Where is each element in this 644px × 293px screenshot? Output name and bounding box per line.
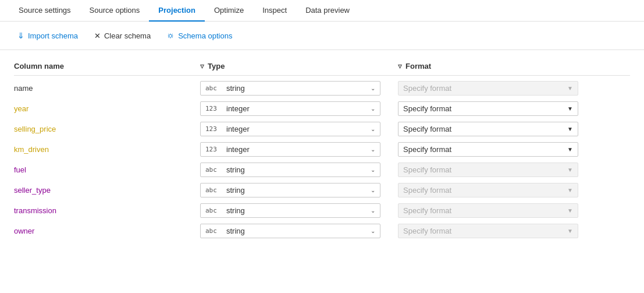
type-chevron-icon: ⌄: [371, 207, 375, 214]
column-name-cell: fuel: [14, 165, 200, 174]
table-headers: Column name ▿ Type ▿ Format: [14, 57, 630, 76]
type-badge-selling_price: 123: [205, 125, 222, 133]
format-chevron-icon: ▼: [567, 228, 573, 234]
import-schema-button[interactable]: ⇓ Import schema: [14, 29, 81, 43]
type-chevron-icon: ⌄: [371, 187, 375, 193]
type-dropdown-km_driven[interactable]: 123 integer ⌄: [200, 142, 380, 157]
type-dropdown-fuel[interactable]: abc string ⌄: [200, 163, 380, 177]
column-name-cell: selling_price: [14, 125, 200, 133]
table-row: fuel abc string ⌄ Specify format ▼: [14, 160, 630, 180]
tab-source-options[interactable]: Source options: [80, 0, 150, 22]
projection-table: Column name ▿ Type ▿ Format name abc str…: [0, 57, 644, 241]
tab-source-settings[interactable]: Source settings: [9, 0, 80, 22]
format-chevron-icon: ▼: [567, 207, 573, 214]
clear-schema-label: Clear schema: [104, 31, 151, 40]
format-placeholder-year: Specify format: [403, 104, 451, 113]
column-name-cell: km_driven: [14, 145, 200, 154]
type-dropdown-selling_price[interactable]: 123 integer ⌄: [200, 122, 380, 136]
format-dropdown-transmission: Specify format ▼: [398, 203, 578, 218]
tab-optimize[interactable]: Optimize: [205, 0, 253, 22]
clear-schema-icon: ✕: [94, 31, 101, 40]
type-dropdown-transmission[interactable]: abc string ⌄: [200, 203, 380, 218]
clear-schema-button[interactable]: ✕ Clear schema: [91, 29, 154, 43]
column-name-cell: name: [14, 84, 200, 93]
table-row: owner abc string ⌄ Specify format ▼: [14, 221, 630, 241]
type-value-name: string: [226, 84, 245, 93]
type-chevron-icon: ⌄: [371, 85, 375, 91]
type-badge-name: abc: [205, 84, 222, 92]
format-placeholder-name: Specify format: [403, 84, 451, 93]
format-dropdown-owner: Specify format ▼: [398, 224, 578, 238]
format-dropdown-fuel: Specify format ▼: [398, 163, 578, 177]
schema-options-label: Schema options: [178, 31, 232, 40]
tab-bar: Source settingsSource optionsProjectionO…: [0, 0, 644, 22]
type-value-fuel: string: [226, 165, 245, 174]
format-chevron-icon: ▼: [567, 85, 573, 91]
column-name-cell: transmission: [14, 206, 200, 215]
table-row: name abc string ⌄ Specify format ▼: [14, 78, 630, 98]
format-chevron-icon: ▼: [567, 146, 573, 153]
toolbar: ⇓ Import schema ✕ Clear schema ⛭ Schema …: [0, 22, 644, 50]
format-dropdown-year[interactable]: Specify format ▼: [398, 101, 578, 116]
format-placeholder-owner: Specify format: [403, 227, 451, 235]
format-placeholder-km_driven: Specify format: [403, 145, 451, 154]
type-dropdown-year[interactable]: 123 integer ⌄: [200, 101, 380, 116]
column-name-header: Column name: [14, 62, 200, 70]
table-row: selling_price 123 integer ⌄ Specify form…: [14, 119, 630, 139]
format-dropdown-km_driven[interactable]: Specify format ▼: [398, 142, 578, 157]
import-schema-icon: ⇓: [17, 31, 24, 40]
format-dropdown-selling_price[interactable]: Specify format ▼: [398, 122, 578, 136]
format-chevron-icon: ▼: [567, 187, 573, 193]
format-placeholder-transmission: Specify format: [403, 206, 451, 215]
format-filter-icon[interactable]: ▿: [398, 62, 402, 70]
format-placeholder-selling_price: Specify format: [403, 125, 451, 133]
format-dropdown-seller_type: Specify format ▼: [398, 183, 578, 197]
type-chevron-icon: ⌄: [371, 126, 375, 132]
format-chevron-icon: ▼: [567, 126, 573, 132]
type-chevron-icon: ⌄: [371, 167, 375, 173]
type-header: ▿ Type: [200, 62, 398, 70]
format-header: ▿ Format: [398, 62, 596, 70]
type-chevron-icon: ⌄: [371, 146, 375, 153]
schema-options-icon: ⛭: [167, 31, 175, 40]
table-row: transmission abc string ⌄ Specify format…: [14, 200, 630, 221]
type-badge-fuel: abc: [205, 166, 222, 174]
type-value-owner: string: [226, 227, 245, 235]
format-chevron-icon: ▼: [567, 105, 573, 112]
type-badge-year: 123: [205, 105, 222, 112]
table-row: year 123 integer ⌄ Specify format ▼: [14, 98, 630, 119]
type-value-km_driven: integer: [226, 145, 250, 154]
tab-data-preview[interactable]: Data preview: [296, 0, 359, 22]
import-schema-label: Import schema: [28, 31, 78, 40]
type-dropdown-name[interactable]: abc string ⌄: [200, 81, 380, 96]
format-placeholder-seller_type: Specify format: [403, 186, 451, 195]
type-value-transmission: string: [226, 206, 245, 215]
type-dropdown-owner[interactable]: abc string ⌄: [200, 224, 380, 238]
type-badge-seller_type: abc: [205, 186, 222, 194]
format-chevron-icon: ▼: [567, 167, 573, 173]
format-placeholder-fuel: Specify format: [403, 165, 451, 174]
type-value-seller_type: string: [226, 186, 245, 195]
table-row: km_driven 123 integer ⌄ Specify format ▼: [14, 139, 630, 160]
table-row: seller_type abc string ⌄ Specify format …: [14, 180, 630, 200]
type-filter-icon[interactable]: ▿: [200, 62, 204, 70]
type-badge-owner: abc: [205, 227, 222, 235]
column-name-cell: seller_type: [14, 186, 200, 195]
type-chevron-icon: ⌄: [371, 105, 375, 112]
type-value-year: integer: [226, 104, 250, 113]
column-name-cell: year: [14, 104, 200, 113]
column-name-cell: owner: [14, 227, 200, 235]
schema-options-button[interactable]: ⛭ Schema options: [163, 29, 236, 43]
type-dropdown-seller_type[interactable]: abc string ⌄: [200, 183, 380, 197]
tab-inspect[interactable]: Inspect: [253, 0, 296, 22]
format-dropdown-name: Specify format ▼: [398, 81, 578, 96]
tab-projection[interactable]: Projection: [149, 0, 205, 22]
table-body: name abc string ⌄ Specify format ▼ year …: [14, 78, 630, 241]
type-badge-transmission: abc: [205, 207, 222, 214]
type-badge-km_driven: 123: [205, 146, 222, 153]
type-chevron-icon: ⌄: [371, 228, 375, 234]
type-value-selling_price: integer: [226, 125, 250, 133]
